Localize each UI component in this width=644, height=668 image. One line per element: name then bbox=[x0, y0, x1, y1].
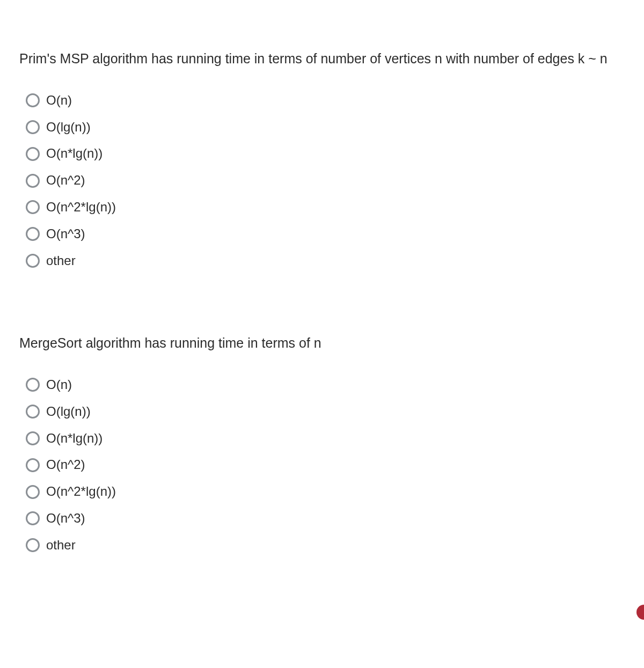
option-row[interactable]: O(n) bbox=[26, 377, 625, 393]
option-row[interactable]: O(lg(n)) bbox=[26, 404, 625, 420]
option-label: other bbox=[46, 538, 76, 553]
radio-icon[interactable] bbox=[26, 93, 40, 107]
option-label: O(n^2) bbox=[46, 457, 85, 473]
radio-icon[interactable] bbox=[26, 405, 40, 419]
radio-icon[interactable] bbox=[26, 147, 40, 161]
option-label: O(n^2*lg(n)) bbox=[46, 200, 116, 215]
radio-icon[interactable] bbox=[26, 485, 40, 499]
question-prompt: Prim's MSP algorithm has running time in… bbox=[19, 48, 625, 69]
question-block-1: Prim's MSP algorithm has running time in… bbox=[19, 48, 625, 268]
radio-icon[interactable] bbox=[26, 120, 40, 134]
option-label: O(n^2) bbox=[46, 173, 85, 188]
option-label: O(n^3) bbox=[46, 511, 85, 526]
option-label: O(lg(n)) bbox=[46, 120, 91, 135]
question-1-options: O(n) O(lg(n)) O(n*lg(n)) O(n^2) O(n^2*lg… bbox=[19, 93, 625, 269]
question-2-options: O(n) O(lg(n)) O(n*lg(n)) O(n^2) O(n^2*lg… bbox=[19, 377, 625, 553]
option-label: O(n) bbox=[46, 377, 72, 393]
option-label: O(n) bbox=[46, 93, 72, 108]
option-row[interactable]: O(n^3) bbox=[26, 511, 625, 526]
option-row[interactable]: O(lg(n)) bbox=[26, 120, 625, 135]
option-row[interactable]: O(n^2*lg(n)) bbox=[26, 200, 625, 215]
option-label: O(lg(n)) bbox=[46, 404, 91, 420]
question-block-2: MergeSort algorithm has running time in … bbox=[19, 333, 625, 553]
option-row[interactable]: other bbox=[26, 538, 625, 553]
option-row[interactable]: O(n*lg(n)) bbox=[26, 146, 625, 162]
radio-icon[interactable] bbox=[26, 431, 40, 445]
option-row[interactable]: O(n^3) bbox=[26, 226, 625, 242]
option-row[interactable]: O(n) bbox=[26, 93, 625, 108]
radio-icon[interactable] bbox=[26, 174, 40, 188]
option-row[interactable]: O(n*lg(n)) bbox=[26, 431, 625, 446]
radio-icon[interactable] bbox=[26, 254, 40, 268]
option-label: other bbox=[46, 253, 76, 269]
option-label: O(n^2*lg(n)) bbox=[46, 484, 116, 500]
radio-icon[interactable] bbox=[26, 458, 40, 472]
option-row[interactable]: other bbox=[26, 253, 625, 269]
option-row[interactable]: O(n^2) bbox=[26, 457, 625, 473]
option-label: O(n^3) bbox=[46, 226, 85, 242]
quiz-page: Prim's MSP algorithm has running time in… bbox=[0, 0, 644, 650]
radio-icon[interactable] bbox=[26, 511, 40, 525]
radio-icon[interactable] bbox=[26, 227, 40, 241]
option-label: O(n*lg(n)) bbox=[46, 146, 103, 162]
option-label: O(n*lg(n)) bbox=[46, 431, 103, 446]
option-row[interactable]: O(n^2) bbox=[26, 173, 625, 188]
option-row[interactable]: O(n^2*lg(n)) bbox=[26, 484, 625, 500]
question-prompt: MergeSort algorithm has running time in … bbox=[19, 333, 625, 354]
radio-icon[interactable] bbox=[26, 378, 40, 392]
radio-icon[interactable] bbox=[26, 200, 40, 214]
radio-icon[interactable] bbox=[26, 538, 40, 552]
